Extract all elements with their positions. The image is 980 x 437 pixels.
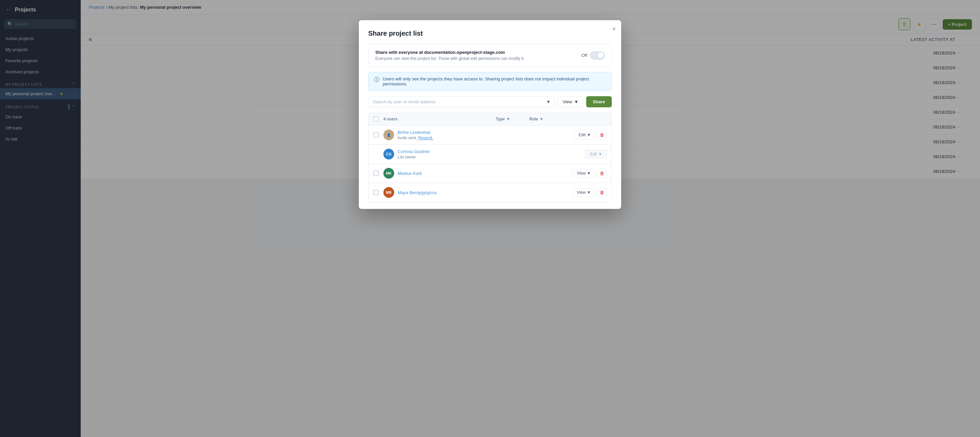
user-action: View ▼ 🗑 [563,169,607,178]
chevron-down-icon: ▼ [598,152,602,156]
view-label: View [563,99,572,104]
user-info: Markus Kahl [398,171,496,176]
user-row: MB Maya Berdygylyjova View ▼ 🗑 [369,183,611,202]
user-name-link[interactable]: Birthe Lindenthal [398,130,496,135]
user-name-link[interactable]: Corinna Günther [398,149,496,154]
user-info: Birthe Lindenthal Invite sent. Resend. [398,130,496,140]
info-text: Users will only see the projects they ha… [383,77,606,86]
user-row: MK Markus Kahl View ▼ 🗑 [369,164,611,183]
chevron-down-icon: ▼ [587,171,591,175]
toggle-area: Off [581,51,605,59]
user-row-content: CG Corinna Günther List owner [383,149,496,159]
share-toggle-section: Share with everyone at documentation.ope… [368,44,612,67]
action-dropdown[interactable]: View ▼ [573,169,595,178]
chevron-down-icon: ▼ [587,132,591,137]
info-icon: ⓘ [374,77,379,83]
user-checkbox[interactable] [373,171,379,176]
share-toggle-label: Share with everyone at documentation.ope… [375,50,525,55]
modal-overlay[interactable]: Share project list × Share with everyone… [0,0,980,437]
user-info: Corinna Günther List owner [398,149,496,159]
chevron-down-icon: ▼ [587,190,591,195]
chevron-down-icon: ▼ [539,117,544,121]
user-name-link[interactable]: Markus Kahl [398,171,496,176]
search-share-row: Search by user or email address ▼ View ▼… [368,96,612,107]
user-search-dropdown[interactable]: Search by user or email address ▼ [368,96,555,107]
user-sub: List owner [398,155,496,159]
delete-user-button[interactable]: 🗑 [597,169,607,178]
users-count: 4 users [383,117,496,121]
user-search-placeholder: Search by user or email address [372,99,436,104]
user-row: 👤 Birthe Lindenthal Invite sent. Resend.… [369,126,611,145]
user-info: Maya Berdygylyjova [398,190,496,195]
toggle-knob [598,53,604,59]
user-checkbox[interactable] [373,132,379,137]
user-action: Edit ▼ 🗑 [563,130,607,140]
info-banner: ⓘ Users will only see the projects they … [368,72,612,91]
users-table: 4 users Type ▼ Role ▼ 👤 Birthe Lindentha… [368,113,612,202]
delete-user-button[interactable]: 🗑 [597,130,607,140]
users-table-header: 4 users Type ▼ Role ▼ [369,113,611,126]
role-col-header: Role ▼ [529,117,563,121]
avatar: 👤 [383,129,394,140]
user-sub: Invite sent. Resend. [398,136,496,140]
dropdown-arrow-icon: ▼ [546,99,550,104]
share-toggle-desc: Everyone can view this project list. Tho… [375,56,525,61]
modal-title: Share project list [368,30,612,37]
action-dropdown[interactable]: Edit ▼ [574,131,595,139]
select-all-checkbox[interactable] [373,116,379,122]
user-row-content: MK Markus Kahl [383,168,496,179]
view-dropdown[interactable]: View ▼ [558,96,584,107]
user-checkbox[interactable] [373,190,379,195]
user-action: Edit ▼ [563,150,607,158]
user-row-content: 👤 Birthe Lindenthal Invite sent. Resend. [383,129,496,140]
user-name-link[interactable]: Maya Berdygylyjova [398,190,496,195]
user-row: CG Corinna Günther List owner Edit ▼ [369,145,611,164]
chevron-down-icon: ▼ [506,117,510,121]
avatar: MB [383,187,394,198]
resend-link[interactable]: Resend. [418,136,433,140]
share-toggle[interactable] [590,51,605,59]
user-row-content: MB Maya Berdygylyjova [383,187,496,198]
action-dropdown[interactable]: View ▼ [573,188,595,197]
modal-close-button[interactable]: × [612,26,616,33]
delete-user-button[interactable]: 🗑 [597,188,607,197]
avatar: MK [383,168,394,179]
user-rows-container: 👤 Birthe Lindenthal Invite sent. Resend.… [369,126,611,202]
avatar: CG [383,149,394,159]
type-col-header: Type ▼ [496,117,529,121]
action-dropdown-disabled: Edit ▼ [585,150,607,158]
off-label: Off [581,53,587,58]
chevron-down-icon: ▼ [574,99,578,104]
share-modal: Share project list × Share with everyone… [359,20,621,209]
user-action: View ▼ 🗑 [563,188,607,197]
share-submit-button[interactable]: Share [586,96,612,107]
